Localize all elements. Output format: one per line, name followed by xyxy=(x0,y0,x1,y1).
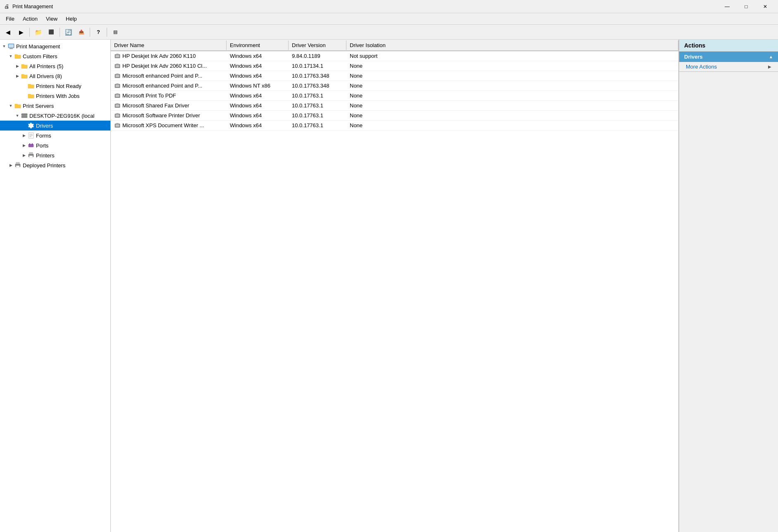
show-hide-icon: ⬛ xyxy=(48,29,54,35)
deployed-printers-icon xyxy=(14,162,21,169)
svg-rect-31 xyxy=(116,85,119,87)
chevron-up-icon: ▲ xyxy=(769,55,773,59)
tree-label-deployed-printers: Deployed Printers xyxy=(23,162,65,169)
cell-version: 10.0.17763.1 xyxy=(289,92,346,100)
tree-item-all-printers[interactable]: ▶ All Printers (5) xyxy=(0,61,110,71)
expander-ports: ▶ xyxy=(21,142,27,149)
tree-label-custom-filters: Custom Filters xyxy=(23,53,57,59)
table-row[interactable]: Microsoft enhanced Point and P... Window… xyxy=(111,71,678,81)
export-button[interactable]: 📤 xyxy=(75,26,88,38)
svg-rect-44 xyxy=(116,123,118,124)
tree-item-not-ready[interactable]: ▶ Printers Not Ready xyxy=(0,81,110,91)
tree-item-with-jobs[interactable]: ▶ Printers With Jobs xyxy=(0,91,110,101)
tree-label-with-jobs: Printers With Jobs xyxy=(36,93,79,99)
svg-rect-38 xyxy=(116,103,118,104)
actions-section-drivers-header[interactable]: Drivers ▲ xyxy=(679,52,778,62)
up-button[interactable]: 📁 xyxy=(32,26,44,38)
show-hide-button[interactable]: ⬛ xyxy=(45,26,57,38)
tree-item-print-servers[interactable]: ▼ Print Servers xyxy=(0,101,110,111)
menu-view[interactable]: View xyxy=(42,14,62,24)
svg-rect-40 xyxy=(116,114,119,116)
port-icon xyxy=(27,142,35,149)
cell-version: 10.0.17763.1 xyxy=(289,121,346,129)
help-button[interactable]: ? xyxy=(92,26,105,38)
gear-icon xyxy=(27,122,35,129)
maximize-button[interactable]: □ xyxy=(737,0,756,13)
view-button[interactable]: ▤ xyxy=(109,26,122,38)
table-row[interactable]: Microsoft enhanced Point and P... Window… xyxy=(111,81,678,91)
menu-action[interactable]: Action xyxy=(19,14,42,24)
table-row[interactable]: Microsoft XPS Document Writer ... Window… xyxy=(111,121,678,131)
menu-bar: File Action View Help xyxy=(0,13,778,25)
cell-isolation: None xyxy=(346,82,678,90)
menu-help[interactable]: Help xyxy=(62,14,81,24)
cell-isolation: None xyxy=(346,72,678,80)
svg-rect-37 xyxy=(116,104,119,107)
svg-point-5 xyxy=(26,114,27,115)
folder-icon-custom xyxy=(14,52,21,60)
driver-row-icon xyxy=(114,112,121,119)
printer-icon xyxy=(27,152,35,159)
table-row[interactable]: Microsoft Shared Fax Driver Windows x64 … xyxy=(111,101,678,111)
svg-rect-43 xyxy=(116,124,119,126)
table-row[interactable]: HP Deskjet Ink Adv 2060 K110 Cl... Windo… xyxy=(111,61,678,71)
toolbar: ◀ ▶ 📁 ⬛ 🔄 📤 ? ▤ xyxy=(0,25,778,40)
cell-isolation: None xyxy=(346,92,678,100)
driver-row-icon xyxy=(114,93,121,99)
action-more-actions[interactable]: More Actions ▶ xyxy=(679,62,778,71)
cell-environment: Windows NT x86 xyxy=(227,82,289,90)
expander-custom-filters: ▼ xyxy=(7,53,14,59)
forward-button[interactable]: ▶ xyxy=(15,26,27,38)
svg-rect-32 xyxy=(116,83,118,84)
back-button[interactable]: ◀ xyxy=(2,26,14,38)
tree-item-drivers[interactable]: ▶ Drivers xyxy=(0,121,110,131)
cell-version: 9.84.0.1189 xyxy=(289,52,346,60)
close-button[interactable]: ✕ xyxy=(756,0,775,13)
tree-item-all-drivers[interactable]: ▶ All Drivers (8) xyxy=(0,71,110,81)
cell-environment: Windows x64 xyxy=(227,92,289,100)
cell-isolation: None xyxy=(346,102,678,109)
svg-rect-41 xyxy=(116,113,118,114)
title-bar-controls: — □ ✕ xyxy=(718,0,775,13)
table-header: Driver Name Environment Driver Version D… xyxy=(111,40,678,51)
col-header-driver-isolation[interactable]: Driver Isolation xyxy=(346,40,678,50)
tree-item-deployed-printers[interactable]: ▶ Deployed Printers xyxy=(0,160,110,170)
cell-driver-name: Microsoft Software Printer Driver xyxy=(111,112,227,120)
forward-icon: ▶ xyxy=(19,29,24,36)
table-row[interactable]: HP Deskjet Ink Adv 2060 K110 Windows x64… xyxy=(111,51,678,61)
cell-version: 10.0.17763.1 xyxy=(289,102,346,109)
tree-item-forms[interactable]: ▶ Forms xyxy=(0,131,110,140)
cell-driver-name: Microsoft enhanced Point and P... xyxy=(111,82,227,90)
cell-isolation: None xyxy=(346,62,678,70)
cell-version: 10.0.17763.1 xyxy=(289,112,346,119)
col-header-driver-version[interactable]: Driver Version xyxy=(289,40,346,50)
tree-item-printers[interactable]: ▶ Printers xyxy=(0,150,110,160)
driver-row-icon xyxy=(114,122,121,129)
cell-driver-name: Microsoft Shared Fax Driver xyxy=(111,102,227,110)
tree-item-print-mgmt[interactable]: ▼ Print Management xyxy=(0,41,110,51)
cell-isolation: None xyxy=(346,121,678,129)
refresh-icon: 🔄 xyxy=(65,29,72,36)
folder-icon-print-servers xyxy=(14,102,21,109)
refresh-button[interactable]: 🔄 xyxy=(62,26,74,38)
cell-environment: Windows x64 xyxy=(227,72,289,80)
table-row[interactable]: Microsoft Print To PDF Windows x64 10.0.… xyxy=(111,91,678,101)
tree-label-forms: Forms xyxy=(36,133,51,139)
svg-rect-23 xyxy=(116,53,118,55)
svg-rect-20 xyxy=(16,166,19,168)
svg-rect-28 xyxy=(116,75,119,77)
cell-environment: Windows x64 xyxy=(227,121,289,129)
menu-file[interactable]: File xyxy=(2,14,19,24)
tree-item-desktop[interactable]: ▼ DESKTOP-2EG916K (local xyxy=(0,111,110,121)
col-header-environment[interactable]: Environment xyxy=(227,40,289,50)
table-row[interactable]: Microsoft Software Printer Driver Window… xyxy=(111,111,678,121)
col-header-driver-name[interactable]: Driver Name xyxy=(111,40,227,50)
tree-item-ports[interactable]: ▶ Ports xyxy=(0,140,110,150)
driver-row-icon xyxy=(114,83,121,89)
svg-point-17 xyxy=(32,155,33,156)
tree-label-not-ready: Printers Not Ready xyxy=(36,83,81,89)
tree-item-custom-filters[interactable]: ▼ Custom Filters xyxy=(0,51,110,61)
svg-rect-26 xyxy=(116,63,118,64)
minimize-button[interactable]: — xyxy=(718,0,737,13)
svg-rect-15 xyxy=(29,152,33,154)
